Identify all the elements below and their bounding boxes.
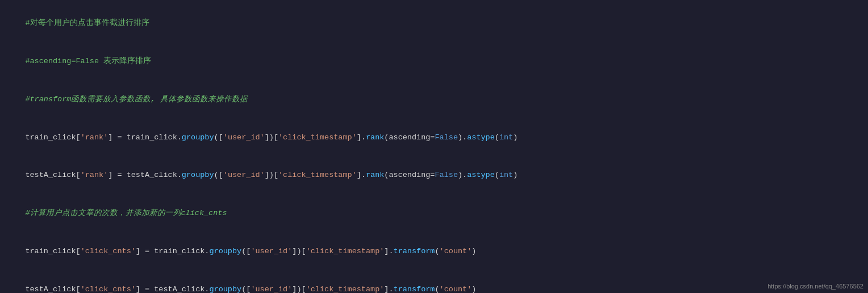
code-line-1: train_click['rank'] = train_click.groupb… bbox=[7, 118, 861, 156]
comment-line-4: #计算用户点击文章的次数，并添加新的一列click_cnts bbox=[7, 195, 861, 233]
comment-4-text: #计算用户点击文章的次数，并添加新的一列click_cnts bbox=[25, 209, 227, 217]
comment-line-2: #ascending=False 表示降序排序 bbox=[7, 43, 861, 81]
watermark: https://blog.csdn.net/qq_46576562 bbox=[767, 283, 863, 290]
comment-line-1: #对每个用户的点击事件截进行排序 bbox=[7, 5, 861, 43]
code-line-4: testA_click['click_cnts'] = testA_click.… bbox=[7, 271, 861, 293]
code-line-2: testA_click['rank'] = testA_click.groupb… bbox=[7, 156, 861, 195]
comment-line-3: #transform函数需要放入参数函数, 具体参数函数来操作数据 bbox=[7, 81, 861, 119]
comment-1-text: #对每个用户的点击事件截进行排序 bbox=[25, 19, 149, 27]
code-line-3: train_click['click_cnts'] = train_click.… bbox=[7, 233, 861, 271]
code-block: #对每个用户的点击事件截进行排序 #ascending=False 表示降序排序… bbox=[0, 0, 868, 293]
comment-2-text: #ascending=False 表示降序排序 bbox=[25, 57, 151, 65]
comment-3-text: #transform函数需要放入参数函数, 具体参数函数来操作数据 bbox=[25, 95, 247, 104]
